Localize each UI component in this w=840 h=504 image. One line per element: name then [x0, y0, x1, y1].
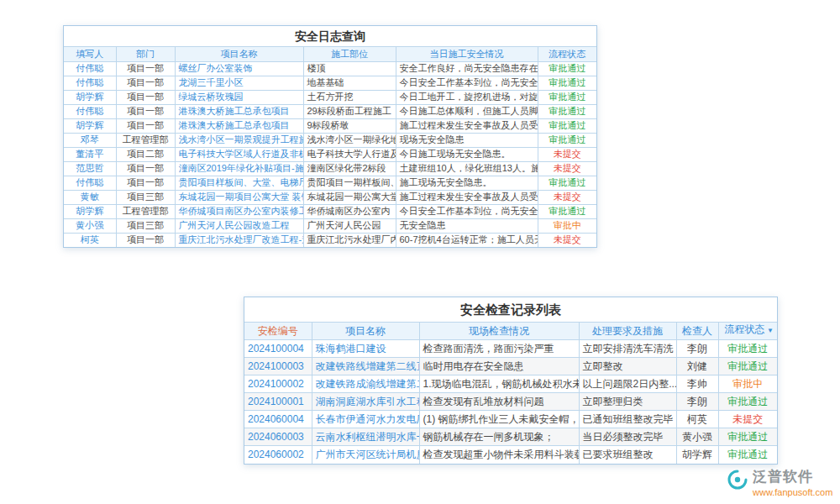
cell-link[interactable]: 贵阳项目样板间、大堂、电梯厅装修工程: [175, 176, 303, 190]
column-header-inspector[interactable]: 检查人: [676, 323, 718, 340]
cell-link[interactable]: 付伟聪: [64, 76, 116, 90]
cell-link[interactable]: 广州市天河区统计局机房改...: [312, 446, 419, 464]
cell-text: 今日施工总体顺利，但施工人员脚面烫伤: [396, 104, 538, 118]
cell-link[interactable]: 云南水利枢纽潜明水库一期...: [312, 428, 419, 446]
column-header-construction-location[interactable]: 施工部位: [303, 47, 396, 61]
cell-status: 审批通过: [718, 446, 777, 464]
cell-link[interactable]: 浅水湾小区一期景观提升工程施工: [175, 133, 303, 147]
table-row[interactable]: 付伟聪项目一部螺丝厂办公室装饰楼顶安全工作良好，尚无安全隐患存在审批通过: [64, 61, 596, 76]
cell-link[interactable]: 2024100004: [244, 340, 312, 358]
cell-link[interactable]: 改建铁路成渝线增建第二直...: [312, 375, 419, 393]
cell-link[interactable]: 龙湖三千里小区: [175, 76, 303, 90]
cell-link[interactable]: 邓琴: [64, 133, 116, 147]
cell-text: 刘健: [676, 358, 718, 375]
cell-text: 1.现场临电混乱，钢筋机械处积水未清理；2...: [419, 375, 579, 393]
table-header-row: 填写人 部门 项目名称 施工部位 当日施工安全情况 流程状态: [64, 47, 596, 61]
fanpu-logo[interactable]: 泛普软件 www.fanpusoft.com: [727, 467, 832, 497]
cell-link[interactable]: 付伟聪: [64, 176, 116, 190]
cell-text: 电子科技大学人行道及非...: [303, 147, 396, 161]
table-row[interactable]: 胡学辉项目一部港珠澳大桥施工总承包项目9标段桥墩施工过程未发生安全事故及人员受伤…: [64, 118, 596, 133]
cell-link[interactable]: 董清平: [64, 147, 116, 161]
cell-link[interactable]: 广州天河人民公园改造工程: [175, 218, 303, 233]
column-header-department[interactable]: 部门: [116, 47, 175, 61]
table-row[interactable]: 黄小强项目三部广州天河人民公园改造工程广州天河人民公园无安全隐患审批中: [64, 218, 596, 233]
cell-link[interactable]: 范思哲: [64, 161, 116, 176]
table-row[interactable]: 付伟聪项目一部龙湖三千里小区地基基础今日安全工作基本到位，尚无安全隐患。审批通过: [64, 76, 596, 90]
table-row[interactable]: 范思哲项目一部潼南区2019年绿化补贴项目-施工2标段潼南区绿化带2标段土建班组…: [64, 161, 596, 176]
cell-link[interactable]: 黄敏: [64, 190, 116, 204]
cell-link[interactable]: 胡学辉: [64, 204, 116, 218]
table-row[interactable]: 2024100001湖南洞庭湖水库引水工程施...检查发现有乱堆放材料问题立即整…: [244, 393, 777, 411]
cell-link[interactable]: 长春市伊通河水力发电厂改...: [312, 411, 419, 428]
cell-link[interactable]: 2024100002: [244, 375, 312, 393]
table-row[interactable]: 胡学辉工程管理部华侨城项目南区办公室内装修工程华侨城南区办公室内今日安全工作基本…: [64, 204, 596, 218]
cell-link[interactable]: 螺丝厂办公室装饰: [175, 61, 303, 76]
table-row[interactable]: 付伟聪项目一部港珠澳大桥施工总承包项目29标段桥面工程施工今日施工总体顺利，但施…: [64, 104, 596, 118]
cell-link[interactable]: 改建铁路线增建第二线直通...: [312, 358, 419, 375]
cell-text: 地基基础: [303, 76, 396, 90]
cell-status: 审批通过: [538, 176, 596, 190]
cell-status: 审批通过: [538, 76, 596, 90]
cell-text: 项目二部: [116, 147, 175, 161]
cell-link[interactable]: 胡学辉: [64, 118, 116, 133]
table-row[interactable]: 邓琴工程管理部浅水湾小区一期景观提升工程施工浅水湾小区一期绿化地现场无安全隐患审…: [64, 133, 596, 147]
column-header-writer[interactable]: 填写人: [64, 47, 116, 61]
cell-link[interactable]: 重庆江北污水处理厂改造工程-道路修复: [175, 233, 303, 247]
table-row[interactable]: 黄敏项目三部东城花园一期项目公寓大堂 装饰工程东城花园一期公寓大堂施工过程未发生…: [64, 190, 596, 204]
table-row[interactable]: 2024100003改建铁路线增建第二线直通...临时用电存在安全隐患立即整改刘…: [244, 358, 777, 375]
panel-title: 安全日志查询: [64, 26, 596, 47]
cell-link[interactable]: 华侨城项目南区办公室内装修工程: [175, 204, 303, 218]
column-header-site-inspection-situation[interactable]: 现场检查情况: [419, 323, 579, 340]
cell-link[interactable]: 付伟聪: [64, 104, 116, 118]
table-row[interactable]: 2024060002广州市天河区统计局机房改...检查发现超重小物件未采用料斗装…: [244, 446, 777, 464]
cell-link[interactable]: 港珠澳大桥施工总承包项目: [175, 118, 303, 133]
filter-dropdown-icon[interactable]: ▼: [767, 323, 774, 339]
fanpu-logo-name: 泛普软件: [753, 467, 832, 486]
cell-text: 项目三部: [116, 190, 175, 204]
cell-link[interactable]: 2024100001: [244, 393, 312, 411]
column-header-workflow-status[interactable]: 流程状态: [538, 47, 596, 61]
cell-text: 临时用电存在安全隐患: [419, 358, 579, 375]
cell-link[interactable]: 付伟聪: [64, 61, 116, 76]
column-header-project-name[interactable]: 项目名称: [175, 47, 303, 61]
table-row[interactable]: 柯英项目一部重庆江北污水处理厂改造工程-道路修复重庆江北污水处理厂内部...60…: [64, 233, 596, 247]
cell-text: 楼顶: [303, 61, 396, 76]
cell-link[interactable]: 湖南洞庭湖水库引水工程施...: [312, 393, 419, 411]
cell-text: 施工过程未发生安全事故及人员受伤情况: [396, 190, 538, 204]
column-header-handling-requirements[interactable]: 处理要求及措施: [579, 323, 676, 340]
table-row[interactable]: 2024100004珠海鹤港口建设检查路面清洗，路面污染严重立即安排清洗车清洗李…: [244, 340, 777, 358]
cell-text: 检查路面清洗，路面污染严重: [419, 340, 579, 358]
cell-link[interactable]: 潼南区2019年绿化补贴项目-施工2标段: [175, 161, 303, 176]
cell-text: 项目一部: [116, 61, 175, 76]
table-row[interactable]: 2024100002改建铁路成渝线增建第二直...1.现场临电混乱，钢筋机械处积…: [244, 375, 777, 393]
cell-text: 柯英: [676, 411, 718, 428]
table-row[interactable]: 付伟聪项目一部贵阳项目样板间、大堂、电梯厅装修工程贵阳项目一期样板间、大堂...…: [64, 176, 596, 190]
table-row[interactable]: 2024060004长春市伊通河水力发电厂改...(1) 钢筋绑扎作业三人未戴安…: [244, 411, 777, 428]
column-header-inspection-number[interactable]: 安检编号: [244, 323, 312, 340]
table-row[interactable]: 胡学辉项目一部绿城云桥玫瑰园土石方开挖今日工地开工，旋挖机进场，对旋挖机...审…: [64, 90, 596, 104]
column-header-workflow-status[interactable]: 流程状态 ▼: [718, 323, 777, 340]
column-header-daily-safety-situation[interactable]: 当日施工安全情况: [396, 47, 538, 61]
cell-text: 项目一部: [116, 176, 175, 190]
cell-link[interactable]: 港珠澳大桥施工总承包项目: [175, 104, 303, 118]
cell-text: 东城花园一期公寓大堂: [303, 190, 396, 204]
cell-link[interactable]: 珠海鹤港口建设: [312, 340, 419, 358]
column-header-project-name[interactable]: 项目名称: [312, 323, 419, 340]
cell-link[interactable]: 电子科技大学区域人行道及非机动车道工...: [175, 147, 303, 161]
cell-text: 项目一部: [116, 118, 175, 133]
cell-text: 钢筋机械存在一闸多机现象；: [419, 428, 579, 446]
cell-link[interactable]: 黄小强: [64, 218, 116, 233]
cell-link[interactable]: 2024060002: [244, 446, 312, 464]
cell-link[interactable]: 2024100003: [244, 358, 312, 375]
cell-text: 项目一部: [116, 104, 175, 118]
cell-text: 工程管理部: [116, 204, 175, 218]
cell-link[interactable]: 绿城云桥玫瑰园: [175, 90, 303, 104]
table-row[interactable]: 2024060003云南水利枢纽潜明水库一期...钢筋机械存在一闸多机现象；当日…: [244, 428, 777, 446]
cell-text: 今日安全工作基本到位，尚无安全隐患...: [396, 204, 538, 218]
cell-link[interactable]: 胡学辉: [64, 90, 116, 104]
cell-link[interactable]: 柯英: [64, 233, 116, 247]
cell-link[interactable]: 东城花园一期项目公寓大堂 装饰工程: [175, 190, 303, 204]
table-row[interactable]: 董清平项目二部电子科技大学区域人行道及非机动车道工...电子科技大学人行道及非.…: [64, 147, 596, 161]
cell-link[interactable]: 2024060004: [244, 411, 312, 428]
cell-link[interactable]: 2024060003: [244, 428, 312, 446]
